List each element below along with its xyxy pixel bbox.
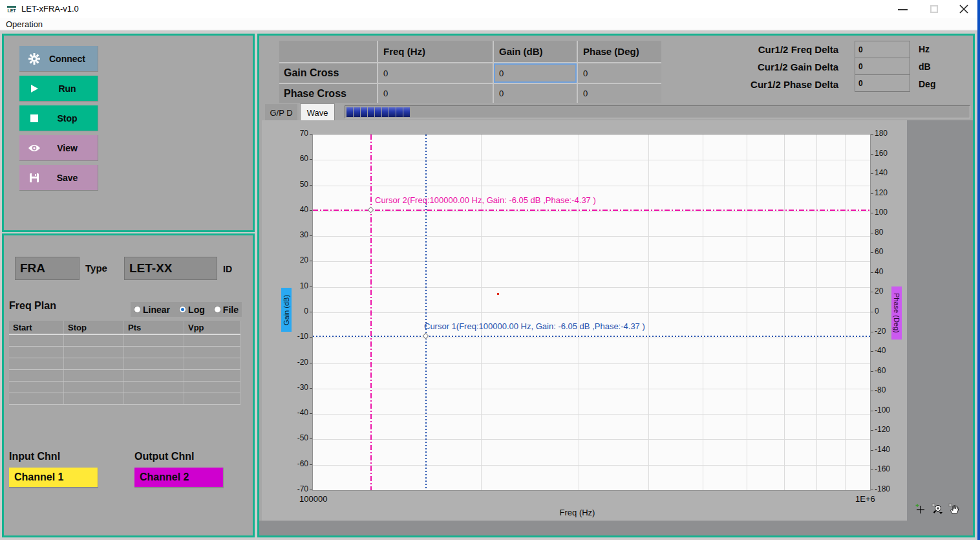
- cursor-tool-icon[interactable]: [915, 503, 926, 515]
- radio-file-dot[interactable]: [214, 306, 221, 313]
- save-button[interactable]: Save: [19, 165, 98, 191]
- col-stop: Stop: [64, 321, 124, 334]
- cursor-2-hline[interactable]: [313, 210, 870, 211]
- freq-plan-cell[interactable]: [9, 393, 64, 404]
- freq-plan-cell[interactable]: [64, 335, 124, 346]
- progress-segment: [382, 107, 389, 117]
- gain-tick-label: 30: [286, 230, 308, 239]
- gain-cross-phase[interactable]: 0: [578, 63, 661, 83]
- gain-delta-label: Cur1/2 Gain Delta: [670, 61, 838, 72]
- connect-button[interactable]: Connect: [19, 46, 98, 72]
- menu-item-operation[interactable]: Operation: [0, 18, 43, 31]
- phase-tick-mark: [871, 391, 873, 391]
- gain-tick-mark: [310, 134, 312, 135]
- gridline-horizontal: [313, 186, 870, 186]
- measurement-panel: Freq (Hz) Gain (dB) Phase (Deg) Gain Cro…: [257, 34, 975, 537]
- gain-cross-freq[interactable]: 0: [378, 63, 493, 83]
- freq-plan-cell[interactable]: [184, 382, 240, 393]
- freq-plan-cell[interactable]: [124, 370, 184, 381]
- tab-wave[interactable]: Wave: [300, 103, 335, 122]
- freq-plan-cell[interactable]: [124, 382, 184, 393]
- gain-tick-mark: [310, 490, 312, 490]
- radio-log[interactable]: Log: [179, 305, 205, 315]
- phase-tick-label: 0: [875, 307, 879, 316]
- phase-cross-phase[interactable]: 0: [578, 84, 661, 103]
- gain-tick-label: -20: [286, 358, 308, 367]
- input-channel-select[interactable]: Channel 1: [9, 468, 98, 488]
- phase-tick-label: -160: [875, 464, 890, 473]
- cursor-1-vline[interactable]: [425, 135, 427, 490]
- phase-delta-field[interactable]: 0: [855, 74, 910, 92]
- phase-tick-label: 180: [875, 129, 888, 138]
- phase-cross-gain[interactable]: 0: [494, 84, 577, 103]
- freq-delta-field[interactable]: 0: [855, 41, 910, 58]
- freq-plan-table-header: Start Stop Pts Vpp: [9, 321, 240, 335]
- gain-delta-field[interactable]: 0: [855, 58, 910, 75]
- connect-button-label: Connect: [41, 54, 94, 64]
- pan-tool-icon[interactable]: [948, 503, 960, 515]
- phase-tick-label: -80: [875, 385, 886, 394]
- freq-plan-cell[interactable]: [64, 370, 124, 381]
- phase-tick-mark: [871, 252, 873, 253]
- gain-cross-gain[interactable]: 0: [494, 63, 577, 83]
- freq-plan-cell[interactable]: [9, 382, 64, 393]
- phase-tick-mark: [871, 154, 873, 155]
- freq-plan-cell[interactable]: [184, 347, 240, 358]
- freq-plan-cell[interactable]: [64, 347, 124, 358]
- close-icon[interactable]: [955, 1, 973, 17]
- phase-cross-label: Phase Cross: [279, 84, 377, 103]
- run-button[interactable]: Run: [19, 76, 98, 102]
- zoom-tool-icon[interactable]: [932, 503, 943, 515]
- radio-linear[interactable]: Linear: [134, 305, 170, 315]
- freq-plan-cell[interactable]: [64, 382, 124, 393]
- phase-cross-freq[interactable]: 0: [378, 84, 493, 103]
- freq-plan-cell[interactable]: [184, 370, 240, 381]
- freq-plan-cell[interactable]: [124, 358, 184, 369]
- menu-bar: Operation: [0, 18, 980, 31]
- freq-plan-cell[interactable]: [124, 393, 184, 404]
- radio-linear-dot[interactable]: [134, 306, 141, 313]
- freq-plan-cell[interactable]: [64, 358, 124, 369]
- freq-plan-cell[interactable]: [184, 335, 240, 346]
- freq-plan-cell[interactable]: [9, 370, 64, 381]
- view-button[interactable]: View: [19, 135, 98, 161]
- col-pts: Pts: [124, 321, 184, 334]
- phase-tick-mark: [871, 213, 873, 213]
- radio-file[interactable]: File: [214, 305, 239, 315]
- tab-gpd[interactable]: G/P D: [265, 104, 297, 122]
- phase-tick-label: -100: [875, 405, 890, 415]
- data-point: [497, 293, 499, 295]
- freq-plan-cell[interactable]: [64, 393, 124, 404]
- freq-plan-row: [9, 358, 240, 370]
- radio-log-dot[interactable]: [179, 306, 186, 313]
- gain-tick-label: 20: [286, 255, 308, 265]
- freq-plan-cell[interactable]: [9, 358, 64, 369]
- progress-segment: [375, 107, 381, 117]
- phase-tick-label: -60: [875, 366, 886, 375]
- phase-axis-label: Phase (Deg): [891, 286, 902, 340]
- gain-tick-mark: [310, 388, 312, 389]
- cursor-2-marker[interactable]: [368, 207, 374, 213]
- maximize-icon[interactable]: [926, 1, 943, 17]
- freq-plan-cell[interactable]: [124, 335, 184, 346]
- graph-tool-palette: [915, 503, 960, 515]
- type-field[interactable]: FRA: [15, 257, 80, 280]
- freq-plan-cell[interactable]: [184, 393, 240, 404]
- gain-tick-label: 40: [286, 205, 308, 214]
- cursor-1-hline[interactable]: [313, 336, 870, 337]
- freq-plan-cell[interactable]: [9, 347, 64, 358]
- gridline-horizontal: [313, 236, 870, 237]
- freq-plan-cell[interactable]: [184, 358, 240, 369]
- freq-plan-cell[interactable]: [9, 335, 64, 346]
- cursor-2-vline[interactable]: [370, 135, 372, 490]
- id-field[interactable]: LET-XX: [124, 257, 217, 280]
- output-channel-select[interactable]: Channel 2: [134, 468, 224, 488]
- phase-tick-label: 160: [875, 149, 888, 158]
- minimize-icon[interactable]: [895, 1, 911, 17]
- play-icon: [28, 82, 41, 95]
- phase-tick-mark: [871, 272, 873, 273]
- gain-tick-mark: [310, 185, 312, 186]
- cross-table: Freq (Hz) Gain (dB) Phase (Deg) Gain Cro…: [279, 41, 661, 103]
- freq-plan-cell[interactable]: [124, 347, 184, 358]
- stop-button[interactable]: Stop: [19, 105, 98, 131]
